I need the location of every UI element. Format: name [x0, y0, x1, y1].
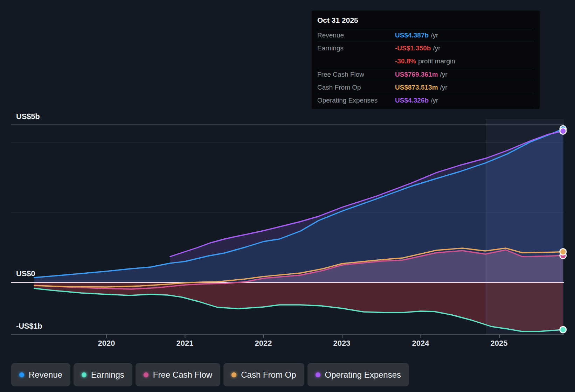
- tooltip-suffix: /yr: [431, 31, 438, 39]
- legend-label: Free Cash Flow: [153, 370, 212, 380]
- revenue-dot-icon: [19, 372, 24, 377]
- tooltip-suffix: /yr: [433, 44, 440, 52]
- legend-item-earnings[interactable]: Earnings: [74, 363, 132, 386]
- x-axis-label-2024: 2024: [405, 339, 436, 348]
- tooltip-date: Oct 31 2025: [317, 10, 534, 29]
- legend-label: Revenue: [29, 370, 62, 380]
- tooltip-label: Earnings: [317, 44, 395, 52]
- x-axis-label-2021: 2021: [169, 339, 201, 348]
- tooltip-suffix: /yr: [431, 97, 438, 104]
- tooltip-suffix: profit margin: [418, 57, 455, 65]
- y-axis-label-5b: US$5b: [16, 112, 40, 121]
- tooltip-label: Free Cash Flow: [317, 71, 395, 78]
- legend-item-operating-expenses[interactable]: Operating Expenses: [307, 363, 409, 386]
- tooltip-value: US$769.361m: [395, 71, 438, 78]
- tooltip-suffix: /yr: [440, 71, 448, 78]
- tooltip-row-operating-expenses: Operating Expenses US$4.326b /yr: [317, 94, 534, 107]
- legend-label: Operating Expenses: [325, 370, 401, 380]
- legend-item-free-cash-flow[interactable]: Free Cash Flow: [136, 363, 220, 386]
- x-axis-label-2023: 2023: [326, 339, 358, 348]
- tooltip-value: -30.8%: [395, 57, 416, 65]
- y-axis-label-neg1b: -US$1b: [16, 322, 42, 331]
- tooltip-value: US$873.513m: [395, 84, 438, 91]
- legend-label: Cash From Op: [241, 370, 296, 380]
- tooltip-label: Operating Expenses: [317, 97, 395, 104]
- earnings-revenue-chart: US$5b US$0 -US$1b 2020 2021 2022 2023 20…: [0, 0, 575, 392]
- cash-from-op-dot-icon: [231, 372, 236, 377]
- tooltip-row-free-cash-flow: Free Cash Flow US$769.361m /yr: [317, 68, 534, 81]
- chart-tooltip: Oct 31 2025 Revenue US$4.387b /yr Earnin…: [312, 10, 540, 109]
- free-cash-flow-dot-icon: [144, 372, 148, 377]
- tooltip-row-revenue: Revenue US$4.387b /yr: [317, 29, 534, 42]
- tooltip-label: Cash From Op: [317, 84, 395, 91]
- earnings-dot-icon: [82, 372, 86, 377]
- x-axis-label-2025: 2025: [483, 339, 515, 348]
- legend-label: Earnings: [91, 370, 124, 380]
- tooltip-suffix: /yr: [440, 84, 448, 91]
- tooltip-row-cash-from-op: Cash From Op US$873.513m /yr: [317, 81, 534, 94]
- tooltip-label: Revenue: [317, 31, 395, 39]
- y-axis-label-zero: US$0: [16, 269, 35, 278]
- x-axis-label-2022: 2022: [248, 339, 279, 348]
- tooltip-value: -US$1.350b: [395, 44, 431, 52]
- tooltip-row-profit-margin: -30.8% profit margin: [317, 55, 534, 68]
- legend-item-revenue[interactable]: Revenue: [11, 363, 70, 386]
- operating-expenses-dot-icon: [316, 372, 320, 377]
- tooltip-row-earnings: Earnings -US$1.350b /yr: [317, 42, 534, 55]
- tooltip-value: US$4.387b: [395, 31, 429, 39]
- tooltip-value: US$4.326b: [395, 97, 429, 104]
- legend-item-cash-from-op[interactable]: Cash From Op: [223, 363, 304, 386]
- chart-legend: Revenue Earnings Free Cash Flow Cash Fro…: [11, 363, 409, 386]
- x-axis-label-2020: 2020: [91, 339, 122, 348]
